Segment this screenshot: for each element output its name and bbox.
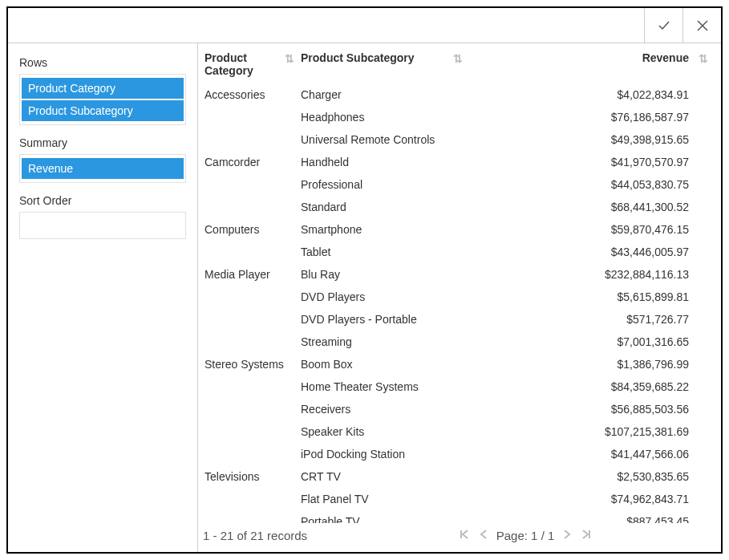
col-header-subcategory[interactable]: Product Subcategory ⇅: [299, 48, 468, 83]
close-icon: [695, 18, 710, 33]
cell-category: Computers: [203, 218, 299, 241]
table-row: Streaming$7,001,316.65: [203, 331, 713, 353]
cell-subcategory: Receivers: [299, 398, 468, 420]
cell-category: [203, 420, 299, 443]
cell-subcategory: Handheld: [299, 151, 468, 173]
cell-category: [203, 308, 299, 331]
cell-revenue: $68,441,300.52: [468, 196, 713, 218]
rows-label: Rows: [19, 56, 186, 69]
table-row: iPod Docking Station$41,447,566.06: [203, 443, 713, 465]
chevron-left-icon: [479, 529, 488, 540]
summary-chip[interactable]: Revenue: [22, 158, 184, 179]
cell-revenue: $107,215,381.69: [468, 420, 713, 443]
sort-well[interactable]: [19, 212, 186, 239]
cell-subcategory: Portable TV: [299, 510, 468, 523]
summary-label: Summary: [19, 136, 186, 149]
sort-icon[interactable]: ⇅: [285, 53, 294, 64]
cell-subcategory: DVD Players: [299, 286, 468, 308]
cell-revenue: $232,884,116.13: [468, 263, 713, 286]
cell-subcategory: CRT TV: [299, 465, 468, 488]
check-icon: [657, 18, 671, 33]
table-row: Media PlayerBlu Ray$232,884,116.13: [203, 263, 713, 286]
summary-well[interactable]: Revenue: [19, 154, 186, 183]
row-chip[interactable]: Product Subcategory: [22, 100, 184, 121]
cell-revenue: $74,962,843.71: [468, 488, 713, 510]
cell-revenue: $56,885,503.56: [468, 398, 713, 420]
dialog-frame: Rows Product Category Product Subcategor…: [6, 6, 723, 554]
table-row: CamcorderHandheld$41,970,570.97: [203, 151, 713, 173]
sort-icon[interactable]: ⇅: [699, 53, 708, 64]
table-row: AccessoriesCharger$4,022,834.91: [203, 83, 713, 106]
rows-well[interactable]: Product Category Product Subcategory: [19, 74, 186, 125]
cell-subcategory: Professional: [299, 173, 468, 196]
table-row: Portable TV$887,453.45: [203, 510, 713, 523]
col-header-label: Revenue: [642, 51, 689, 64]
cell-category: Televisions: [203, 465, 299, 488]
cell-subcategory: Standard: [299, 196, 468, 218]
last-page-icon: [580, 529, 591, 540]
table-row: Home Theater Systems$84,359,685.22: [203, 375, 713, 398]
cell-subcategory: Flat Panel TV: [299, 488, 468, 510]
table-row: Professional$44,053,830.75: [203, 173, 713, 196]
cell-category: [203, 398, 299, 420]
pager-first[interactable]: [460, 529, 471, 542]
cell-revenue: $49,398,915.65: [468, 128, 713, 151]
sort-icon[interactable]: ⇅: [453, 53, 463, 64]
cell-revenue: $5,615,899.81: [468, 286, 713, 308]
cell-subcategory: DVD Players - Portable: [299, 308, 468, 331]
table-wrapper: Product Category ⇅ Product Subcategory ⇅…: [198, 43, 721, 523]
table-row: Flat Panel TV$74,962,843.71: [203, 488, 713, 510]
cell-category: [203, 173, 299, 196]
col-header-category[interactable]: Product Category ⇅: [203, 48, 299, 83]
table-row: Universal Remote Controls$49,398,915.65: [203, 128, 713, 151]
table-row: DVD Players$5,615,899.81: [203, 286, 713, 308]
main-panel: Product Category ⇅ Product Subcategory ⇅…: [198, 43, 721, 552]
sort-label: Sort Order: [19, 194, 186, 207]
col-header-revenue[interactable]: Revenue ⇅: [468, 48, 713, 83]
cell-category: [203, 488, 299, 510]
cell-category: Media Player: [203, 263, 299, 286]
pager: 1 - 21 of 21 records Page: 1 / 1: [198, 523, 721, 552]
cell-category: [203, 241, 299, 263]
table-row: Speaker Kits$107,215,381.69: [203, 420, 713, 443]
table-row: TelevisionsCRT TV$2,530,835.65: [203, 465, 713, 488]
confirm-button[interactable]: [644, 8, 682, 43]
pager-nav: Page: 1 / 1: [339, 529, 711, 542]
cell-subcategory: Smartphone: [299, 218, 468, 241]
cell-subcategory: Headphones: [299, 106, 468, 128]
cell-category: Stereo Systems: [203, 353, 299, 375]
table-row: ComputersSmartphone$59,870,476.15: [203, 218, 713, 241]
cell-revenue: $4,022,834.91: [468, 83, 713, 106]
table-row: Standard$68,441,300.52: [203, 196, 713, 218]
cell-revenue: $1,386,796.99: [468, 353, 713, 375]
table-row: DVD Players - Portable$571,726.77: [203, 308, 713, 331]
pager-prev[interactable]: [479, 529, 488, 542]
cell-subcategory: Universal Remote Controls: [299, 128, 468, 151]
cell-subcategory: Streaming: [299, 331, 468, 353]
cell-revenue: $76,186,587.97: [468, 106, 713, 128]
close-button[interactable]: [682, 8, 721, 43]
cell-category: Accessories: [203, 83, 299, 106]
cell-revenue: $2,530,835.65: [468, 465, 713, 488]
pager-last[interactable]: [580, 529, 591, 542]
dialog-topbar: [8, 8, 721, 43]
data-table: Product Category ⇅ Product Subcategory ⇅…: [203, 48, 713, 523]
cell-revenue: $887,453.45: [468, 510, 713, 523]
cell-category: [203, 375, 299, 398]
cell-revenue: $571,726.77: [468, 308, 713, 331]
dialog-body: Rows Product Category Product Subcategor…: [8, 43, 721, 552]
page-label: Page: 1 / 1: [496, 529, 555, 542]
table-row: Tablet$43,446,005.97: [203, 241, 713, 263]
cell-subcategory: Speaker Kits: [299, 420, 468, 443]
cell-revenue: $84,359,685.22: [468, 375, 713, 398]
cell-revenue: $7,001,316.65: [468, 331, 713, 353]
pager-next[interactable]: [562, 529, 572, 542]
cell-subcategory: Boom Box: [299, 353, 468, 375]
cell-subcategory: Tablet: [299, 241, 468, 263]
table-row: Headphones$76,186,587.97: [203, 106, 713, 128]
cell-subcategory: Charger: [299, 83, 468, 106]
cell-category: Camcorder: [203, 151, 299, 173]
cell-category: [203, 443, 299, 465]
cell-category: [203, 196, 299, 218]
row-chip[interactable]: Product Category: [22, 78, 184, 99]
